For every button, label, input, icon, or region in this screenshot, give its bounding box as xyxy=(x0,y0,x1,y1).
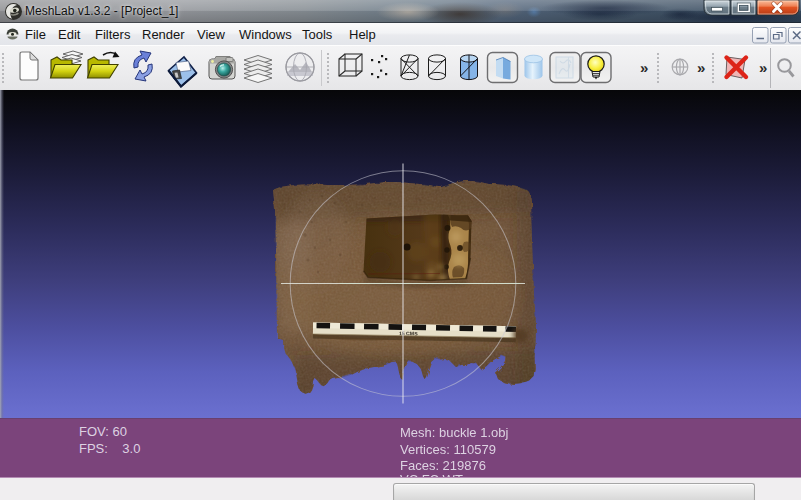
svg-text:»: » xyxy=(697,59,705,76)
svg-text:»: » xyxy=(759,59,767,76)
svg-text:»: » xyxy=(640,59,648,76)
